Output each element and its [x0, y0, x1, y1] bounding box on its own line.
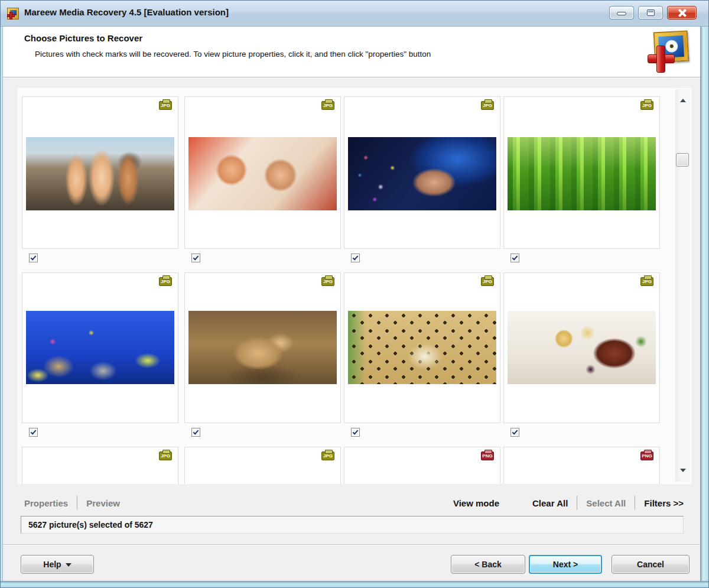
clear-all-button[interactable]: Clear All [532, 498, 568, 508]
scrollbar-thumb[interactable] [676, 153, 689, 167]
picture-card[interactable]: JPG [22, 272, 178, 423]
window-title: Mareew Media Recovery 4.5 [Evaluation ve… [24, 7, 229, 17]
filters-button[interactable]: Filters >> [644, 498, 684, 508]
format-label: JPG [642, 103, 652, 108]
selection-count: 5627 picture(s) selected of 5627 [28, 520, 153, 529]
picture-checkbox[interactable] [29, 428, 38, 437]
photo-thumbnail [508, 311, 656, 384]
scroll-down-button[interactable] [675, 464, 690, 477]
grid-cell: JPG [344, 272, 500, 437]
picture-checkbox[interactable] [191, 254, 200, 262]
check-icon [512, 428, 518, 434]
format-label: JPG [483, 279, 492, 284]
app-window: Mareew Media Recovery 4.5 [Evaluation ve… [0, 0, 709, 588]
grid-cell: JPG [184, 96, 341, 262]
footer-divider [3, 544, 700, 545]
maximize-button[interactable] [638, 6, 663, 20]
picture-card[interactable]: JPG [22, 96, 178, 249]
picture-card[interactable]: JPG [344, 96, 500, 249]
photo-thumbnail [348, 311, 496, 384]
page-subtitle: Pictures with check marks will be recove… [35, 50, 431, 59]
picture-checkbox[interactable] [510, 254, 519, 262]
picture-card[interactable]: JPG [503, 272, 660, 423]
check-icon [31, 428, 37, 434]
grid-cell: PNG [503, 447, 660, 484]
close-button[interactable] [667, 6, 697, 20]
picture-card[interactable]: PNG [503, 447, 660, 484]
format-label: JPG [323, 453, 333, 459]
picture-checkbox[interactable] [351, 254, 360, 262]
separator [635, 496, 635, 510]
window-frame-bottom [1, 581, 708, 587]
separator [77, 496, 77, 510]
help-button[interactable]: Help [21, 555, 94, 574]
picture-checkbox[interactable] [351, 428, 360, 437]
picture-checkbox[interactable] [191, 428, 200, 437]
grid-cell: JPG [184, 272, 341, 437]
properties-button[interactable]: Properties [24, 498, 68, 508]
format-label: PNG [482, 453, 492, 459]
format-label: JPG [161, 103, 170, 108]
check-icon [193, 428, 199, 434]
format-label: JPG [483, 103, 492, 108]
file-format-badge: JPG [159, 101, 172, 110]
format-label: PNG [642, 453, 652, 459]
file-format-badge: JPG [321, 277, 334, 286]
scroll-up-button[interactable] [675, 94, 690, 107]
format-label: JPG [161, 453, 170, 459]
format-label: JPG [161, 279, 170, 284]
picture-card[interactable]: PNG [344, 447, 500, 484]
window-frame-right [700, 27, 708, 587]
check-icon [353, 254, 359, 260]
file-format-badge: JPG [159, 277, 172, 286]
arrow-up-icon [680, 99, 686, 102]
left-links: Properties Preview [24, 496, 120, 510]
preview-button[interactable]: Preview [86, 498, 120, 508]
title-bar[interactable]: Mareew Media Recovery 4.5 [Evaluation ve… [1, 1, 708, 27]
next-button[interactable]: Next > [529, 555, 602, 574]
file-format-badge: JPG [640, 277, 653, 286]
action-link-bar: Properties Preview View mode Clear All S… [3, 492, 700, 512]
page-title: Choose Pictures to Recover [24, 33, 142, 43]
format-label: JPG [642, 279, 652, 284]
picture-card[interactable]: JPG [344, 272, 500, 423]
arrow-down-icon [680, 469, 686, 472]
dialog-body: Choose Pictures to Recover Pictures with… [3, 27, 700, 581]
minimize-button[interactable] [609, 6, 634, 20]
file-format-badge: JPG [481, 101, 494, 110]
view-mode-button[interactable]: View mode [453, 498, 499, 508]
grid-cell: JPG [503, 272, 660, 437]
app-icon [7, 8, 19, 20]
picture-grid[interactable]: JPG JPG JPG JP [18, 88, 691, 484]
file-format-badge: JPG [640, 101, 653, 110]
window-controls [609, 6, 697, 20]
select-all-button[interactable]: Select All [586, 498, 626, 508]
grid-cell: JPG [22, 272, 178, 437]
picture-card[interactable]: JPG [22, 447, 178, 484]
grid-cell: JPG [22, 96, 178, 262]
status-bar: 5627 picture(s) selected of 5627 [21, 516, 684, 534]
picture-checkbox[interactable] [510, 428, 519, 437]
picture-recovery-icon [648, 30, 691, 74]
grid-cell: JPG [503, 96, 660, 262]
picture-card[interactable]: JPG [503, 96, 660, 249]
grid-cell: JPG [184, 447, 341, 484]
picture-checkbox[interactable] [29, 254, 38, 262]
file-format-badge: PNG [640, 451, 653, 460]
picture-card[interactable]: JPG [184, 96, 341, 249]
red-cross-icon [656, 46, 665, 73]
back-button[interactable]: < Back [451, 555, 525, 574]
vertical-scrollbar[interactable] [675, 89, 690, 482]
picture-card[interactable]: JPG [184, 272, 341, 423]
file-format-badge: PNG [481, 451, 494, 460]
photo-thumbnail [26, 137, 174, 210]
photo-thumbnail [508, 137, 656, 210]
cancel-button[interactable]: Cancel [612, 555, 690, 574]
separator [577, 496, 577, 510]
picture-card[interactable]: JPG [184, 447, 341, 484]
photo-thumbnail [188, 311, 337, 384]
grid-cell: JPG [344, 96, 500, 262]
grid-cell: PNG [344, 447, 500, 484]
file-format-badge: JPG [321, 451, 334, 460]
check-icon [512, 254, 518, 260]
